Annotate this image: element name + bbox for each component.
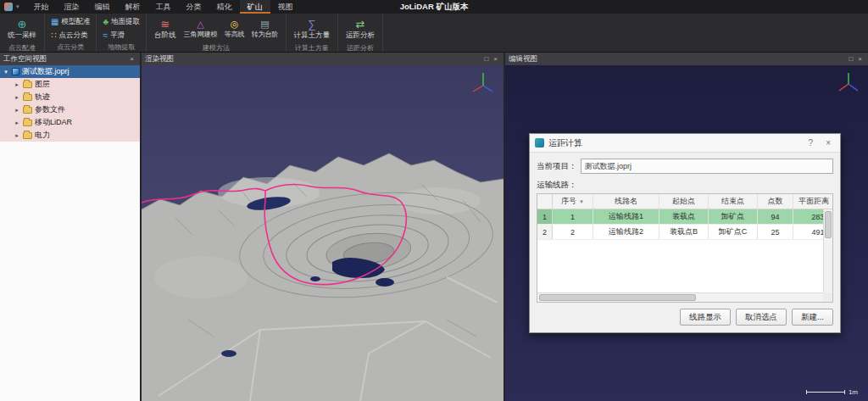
scrollbar-thumb[interactable] bbox=[539, 294, 696, 301]
dialog-icon bbox=[535, 138, 544, 148]
row-gutter[interactable]: 2 bbox=[537, 225, 553, 239]
chevron-down-icon[interactable]: ▾ bbox=[16, 3, 19, 10]
menu-tab-classify[interactable]: 分类 bbox=[179, 0, 209, 14]
registration-icon: ▦ bbox=[51, 18, 58, 26]
tree-item-layers[interactable]: ▸ 图层 bbox=[0, 78, 140, 91]
smooth-icon: ≈ bbox=[103, 31, 108, 40]
float-icon[interactable]: □ bbox=[846, 55, 855, 63]
bench-line-icon: ≋ bbox=[160, 18, 170, 31]
menu-tab-view[interactable]: 视图 bbox=[270, 0, 301, 14]
table-row-route1[interactable]: 1 1 运输线路1 装载点 卸矿点 94 2834.05 2876.44 bbox=[537, 209, 832, 225]
float-icon[interactable]: □ bbox=[481, 55, 491, 63]
header-gutter bbox=[537, 194, 553, 209]
expander-icon[interactable]: ▸ bbox=[14, 120, 20, 126]
tree-item-trajectory[interactable]: ▸ 轨迹 bbox=[0, 91, 140, 103]
close-icon[interactable]: × bbox=[127, 55, 136, 63]
dialog-footer: 线路显示 取消选点 新建... bbox=[537, 309, 833, 326]
ribbon-group-classification: ▦ 模型配准 ∷ 点云分类 点云分类 bbox=[45, 14, 97, 52]
point-cloud-classify-button[interactable]: ∷ 点云分类 bbox=[48, 30, 92, 42]
folder-icon bbox=[23, 120, 32, 126]
new-route-button[interactable]: 新建... bbox=[792, 309, 833, 326]
close-icon[interactable]: × bbox=[855, 55, 865, 63]
group-label: 点云配准 bbox=[3, 43, 41, 53]
point-cloud-scene[interactable] bbox=[142, 65, 504, 401]
tree-item-label: 移动LiDAR bbox=[35, 117, 72, 128]
col-point-count[interactable]: 点数 bbox=[758, 194, 793, 209]
col-route-name[interactable]: 线路名 bbox=[593, 194, 659, 209]
row-gutter[interactable]: 1 bbox=[537, 209, 553, 224]
col-end-point[interactable]: 结束点 bbox=[709, 194, 758, 209]
vertical-scrollbar[interactable] bbox=[823, 209, 832, 292]
scale-label: 1m bbox=[849, 388, 858, 396]
col-plane-distance[interactable]: 平面距离（米） bbox=[793, 194, 833, 209]
ribbon-group-volume: ∑ 计算土方量 计算土方量 bbox=[287, 14, 339, 52]
help-icon[interactable]: ? bbox=[804, 138, 818, 148]
unified-sampling-button[interactable]: ⊕ 统一采样 bbox=[3, 14, 41, 43]
tree-item-mobile-lidar[interactable]: ▸ 移动LiDAR bbox=[0, 116, 140, 129]
tree-item-label: 参数文件 bbox=[35, 104, 65, 115]
workspace-panel-title: 工作空间视图 bbox=[3, 54, 47, 64]
ground-extraction-button[interactable]: ♣ 地面提取 bbox=[100, 16, 142, 28]
cell-seq: 1 bbox=[553, 209, 593, 224]
workspace-panel-header: 工作空间视图 × bbox=[0, 53, 140, 65]
cell-end-point: 卸矿点C bbox=[709, 225, 758, 239]
current-project-field[interactable] bbox=[581, 159, 834, 174]
close-icon[interactable]: × bbox=[491, 55, 500, 63]
haul-icon: ⇄ bbox=[356, 18, 365, 31]
table-header-row: 序号 ▼ 线路名 起始点 结束点 点数 平面距离（米） 三维距离（米） bbox=[537, 194, 832, 209]
model-registration-button[interactable]: ▦ 模型配准 bbox=[48, 16, 92, 28]
workspace-tree: ▾ 测试数据.joprj ▸ 图层 ▸ 轨迹 ▸ 参数文件 ▸ bbox=[0, 65, 140, 401]
tree-item-label: 电力 bbox=[35, 130, 50, 141]
workspace-panel: 工作空间视图 × ▾ 测试数据.joprj ▸ 图层 ▸ 轨迹 ▸ bbox=[0, 53, 140, 401]
slope-highlight bbox=[154, 256, 248, 298]
menu-tab-tools[interactable]: 工具 bbox=[148, 0, 179, 14]
cell-point-count: 25 bbox=[758, 225, 793, 239]
smooth-button[interactable]: ≈ 平滑 bbox=[100, 30, 142, 42]
haul-distance-button[interactable]: ⇄ 运距分析 bbox=[342, 14, 379, 43]
tree-item-power[interactable]: ▸ 电力 bbox=[0, 129, 140, 142]
to-bench-button[interactable]: ▤ 转为台阶 bbox=[248, 19, 282, 39]
routes-label: 运输线路： bbox=[537, 180, 833, 191]
horizontal-scrollbar[interactable] bbox=[537, 292, 823, 302]
col-seq[interactable]: 序号 ▼ bbox=[553, 194, 593, 209]
group-label: 点云分类 bbox=[48, 42, 92, 52]
to-bench-icon: ▤ bbox=[260, 19, 269, 30]
sort-icon[interactable]: ▼ bbox=[579, 199, 584, 204]
compute-volume-button[interactable]: ∑ 计算土方量 bbox=[290, 14, 335, 43]
bench-line-button[interactable]: ≋ 台阶线 bbox=[150, 14, 181, 43]
dialog-title-bar[interactable]: 运距计算 ? × bbox=[530, 134, 840, 153]
contour-button[interactable]: ◎ 等高线 bbox=[221, 19, 248, 39]
tree-root-project[interactable]: ▾ 测试数据.joprj bbox=[0, 65, 140, 78]
ribbon-toolbar: ⊕ 统一采样 点云配准 ▦ 模型配准 ∷ 点云分类 点 bbox=[0, 14, 868, 53]
cell-route-name: 运输线路1 bbox=[593, 209, 659, 224]
menu-tab-render[interactable]: 渲染 bbox=[57, 0, 87, 14]
table-row-route2[interactable]: 2 2 运输线路2 装载点B 卸矿点C 25 4911.27 4963.48 bbox=[537, 225, 832, 240]
expander-icon[interactable]: ▸ bbox=[14, 132, 20, 139]
tree-item-parameter-files[interactable]: ▸ 参数文件 bbox=[0, 103, 140, 116]
menu-tab-start[interactable]: 开始 bbox=[26, 0, 57, 14]
menu-tab-refine[interactable]: 精化 bbox=[209, 0, 240, 14]
edit-panel-title: 编辑视图 bbox=[509, 54, 537, 64]
edit-viewport[interactable]: 1m 运距计算 ? × 当前项目： 运输线路： bbox=[505, 65, 868, 401]
menu-tab-analyze[interactable]: 解析 bbox=[118, 0, 148, 14]
routes-table: 序号 ▼ 线路名 起始点 结束点 点数 平面距离（米） 三维距离（米） 1 bbox=[537, 193, 833, 303]
col-start-point[interactable]: 起始点 bbox=[659, 194, 709, 209]
sampling-icon: ⊕ bbox=[18, 18, 27, 31]
scrollbar-thumb[interactable] bbox=[825, 211, 832, 238]
expander-icon[interactable]: ▸ bbox=[14, 94, 20, 101]
expander-icon[interactable]: ▸ bbox=[14, 107, 20, 114]
ribbon-group-modeling: ≋ 台阶线 △ 三角网建模 ◎ 等高线 ▤ 转为台阶 建模方法 bbox=[147, 14, 287, 52]
close-icon[interactable]: × bbox=[821, 138, 835, 148]
folder-icon bbox=[23, 107, 32, 114]
ribbon-group-haul-analysis: ⇄ 运距分析 运距分析 bbox=[338, 14, 383, 52]
cell-start-point: 装载点B bbox=[659, 225, 709, 239]
3d-viewport[interactable] bbox=[142, 65, 504, 401]
tin-modeling-button[interactable]: △ 三角网建模 bbox=[181, 19, 221, 39]
cancel-selection-button[interactable]: 取消选点 bbox=[736, 309, 787, 326]
menu-tab-edit[interactable]: 编辑 bbox=[87, 0, 118, 14]
expander-icon[interactable]: ▸ bbox=[14, 81, 20, 88]
menu-tab-mine[interactable]: 矿山 bbox=[240, 0, 270, 14]
expander-icon[interactable]: ▾ bbox=[3, 69, 9, 75]
show-route-button[interactable]: 线路显示 bbox=[680, 309, 731, 326]
dialog-title: 运距计算 bbox=[548, 137, 800, 149]
